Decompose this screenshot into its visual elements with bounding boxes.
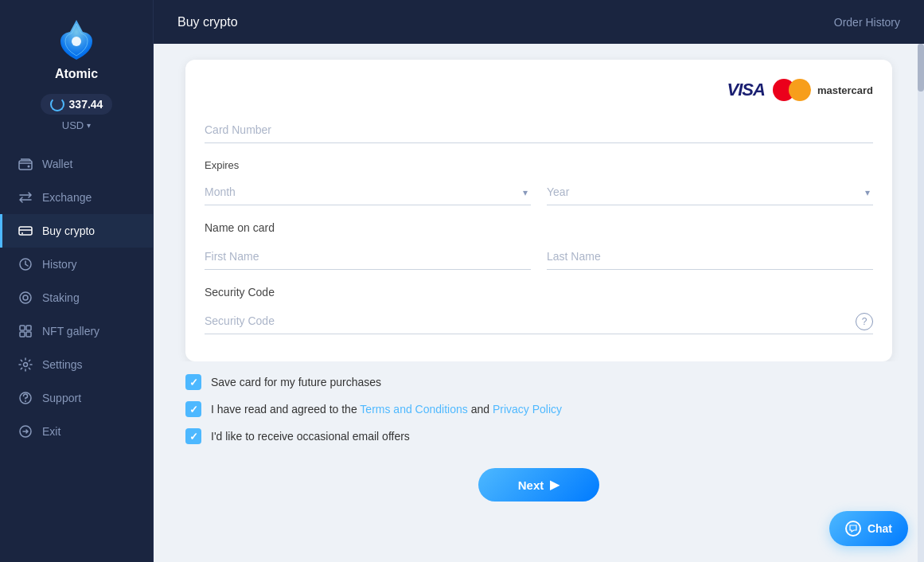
sidebar-item-wallet[interactable]: Wallet	[0, 147, 153, 181]
mastercard-logo: mastercard	[773, 79, 873, 101]
sidebar-item-support[interactable]: Support	[0, 381, 153, 415]
expires-label: Expires	[205, 159, 873, 171]
sidebar-item-exit[interactable]: Exit	[0, 415, 153, 448]
staking-icon	[18, 291, 33, 305]
card-logos: VISA mastercard	[205, 79, 873, 101]
balance-amount: 337.44	[69, 98, 103, 111]
card-form: VISA mastercard Expires	[185, 60, 892, 361]
expires-section: Expires Month January February March Apr…	[205, 159, 873, 205]
next-button[interactable]: Next ▶	[478, 468, 600, 502]
top-bar: Buy crypto Order History	[154, 0, 924, 44]
terms-row: ✓ I have read and agreed to the Terms an…	[185, 401, 892, 417]
last-name-field	[547, 244, 873, 270]
svg-rect-9	[26, 326, 31, 330]
security-code-section: Security Code ?	[205, 286, 873, 334]
name-on-card-label: Name on card	[205, 221, 873, 234]
sidebar-buy-crypto-label: Buy crypto	[42, 224, 95, 237]
year-select[interactable]: Year 2024 2025 2026 2027 2028 2029 2030	[547, 179, 873, 205]
security-help-text: ?	[862, 316, 867, 327]
sidebar: Atomic 337.44 USD ▾ Wallet	[0, 0, 154, 562]
currency-label: USD	[62, 119, 84, 131]
sidebar-nav: Wallet Exchange Buy crypto	[0, 147, 153, 448]
save-card-row: ✓ Save card for my future purchases	[185, 374, 892, 390]
svg-rect-3	[19, 227, 32, 235]
page-title: Buy crypto	[177, 15, 238, 29]
sidebar-item-settings[interactable]: Settings	[0, 348, 153, 381]
exit-icon	[18, 424, 33, 439]
first-name-field	[205, 244, 531, 270]
order-history-link[interactable]: Order History	[834, 16, 900, 29]
buy-crypto-icon	[18, 224, 33, 238]
sidebar-exchange-label: Exchange	[42, 191, 92, 204]
next-arrow-icon: ▶	[550, 478, 559, 492]
settings-icon	[18, 357, 33, 372]
sidebar-item-nft-gallery[interactable]: NFT gallery	[0, 314, 153, 348]
svg-rect-8	[20, 326, 25, 330]
support-icon	[18, 391, 33, 405]
svg-point-14	[25, 400, 26, 402]
currency-chevron-icon: ▾	[87, 121, 91, 130]
checkbox-section: ✓ Save card for my future purchases ✓ I …	[154, 361, 924, 444]
terms-checkbox[interactable]: ✓	[185, 401, 201, 417]
terms-link[interactable]: Terms and Conditions	[360, 403, 467, 416]
terms-check-icon: ✓	[189, 404, 198, 416]
sidebar-history-label: History	[42, 258, 77, 271]
scrollable-area: VISA mastercard Expires	[154, 44, 924, 562]
svg-rect-1	[19, 161, 32, 170]
save-card-label: Save card for my future purchases	[211, 376, 381, 388]
email-offers-label: I'd like to receive occasional email off…	[211, 430, 410, 443]
name-fields	[205, 244, 873, 270]
logo-label: Atomic	[55, 67, 98, 81]
sidebar-item-history[interactable]: History	[0, 248, 153, 281]
scrollbar-thumb[interactable]	[918, 44, 924, 92]
security-input-row: ?	[205, 308, 873, 334]
mastercard-text: mastercard	[817, 84, 873, 96]
month-select[interactable]: Month January February March April May J…	[205, 179, 531, 205]
sidebar-support-label: Support	[42, 392, 81, 404]
logo-container: Atomic	[53, 16, 100, 81]
sidebar-exit-label: Exit	[42, 425, 60, 438]
sidebar-nft-label: NFT gallery	[42, 325, 99, 338]
month-select-wrapper: Month January February March April May J…	[205, 179, 531, 205]
nft-gallery-icon	[18, 324, 33, 338]
sidebar-item-staking[interactable]: Staking	[0, 281, 153, 314]
sidebar-wallet-label: Wallet	[42, 158, 72, 170]
svg-rect-10	[20, 332, 25, 337]
last-name-input[interactable]	[547, 244, 873, 270]
svg-point-6	[20, 292, 31, 303]
balance-row: 337.44	[41, 94, 113, 115]
visa-logo: VISA	[727, 80, 765, 100]
form-wrapper: VISA mastercard Expires	[154, 44, 924, 361]
atomic-logo	[53, 16, 100, 64]
scrollbar-track[interactable]	[918, 44, 924, 562]
card-number-input[interactable]	[205, 117, 873, 143]
wallet-icon	[18, 157, 33, 171]
save-card-checkbox[interactable]: ✓	[185, 374, 201, 390]
currency-selector[interactable]: USD ▾	[62, 119, 91, 131]
svg-point-12	[24, 363, 28, 367]
privacy-link[interactable]: Privacy Policy	[493, 403, 562, 416]
next-btn-container: Next ▶	[154, 455, 924, 517]
sidebar-staking-label: Staking	[42, 291, 80, 304]
security-code-input[interactable]	[205, 308, 873, 334]
chat-button-label: Chat	[867, 522, 892, 535]
security-help-button[interactable]: ?	[856, 313, 873, 330]
history-icon	[18, 257, 33, 271]
balance-spinner-icon	[50, 97, 64, 111]
card-number-field	[205, 117, 873, 143]
email-offers-checkbox[interactable]: ✓	[185, 428, 201, 444]
name-on-card-section: Name on card	[205, 221, 873, 270]
sidebar-item-exchange[interactable]: Exchange	[0, 181, 153, 214]
main-content: Buy crypto Order History VISA mastercard	[154, 0, 924, 562]
security-code-label: Security Code	[205, 286, 873, 299]
save-card-check-icon: ✓	[189, 377, 198, 388]
svg-point-2	[28, 166, 30, 168]
mastercard-orange-circle	[789, 79, 811, 101]
next-button-label: Next	[518, 478, 544, 492]
email-offers-row: ✓ I'd like to receive occasional email o…	[185, 428, 892, 444]
sidebar-settings-label: Settings	[42, 358, 83, 371]
sidebar-item-buy-crypto[interactable]: Buy crypto	[0, 214, 153, 248]
chat-button[interactable]: Chat	[829, 511, 908, 546]
first-name-input[interactable]	[205, 244, 531, 270]
chat-icon	[845, 521, 861, 537]
